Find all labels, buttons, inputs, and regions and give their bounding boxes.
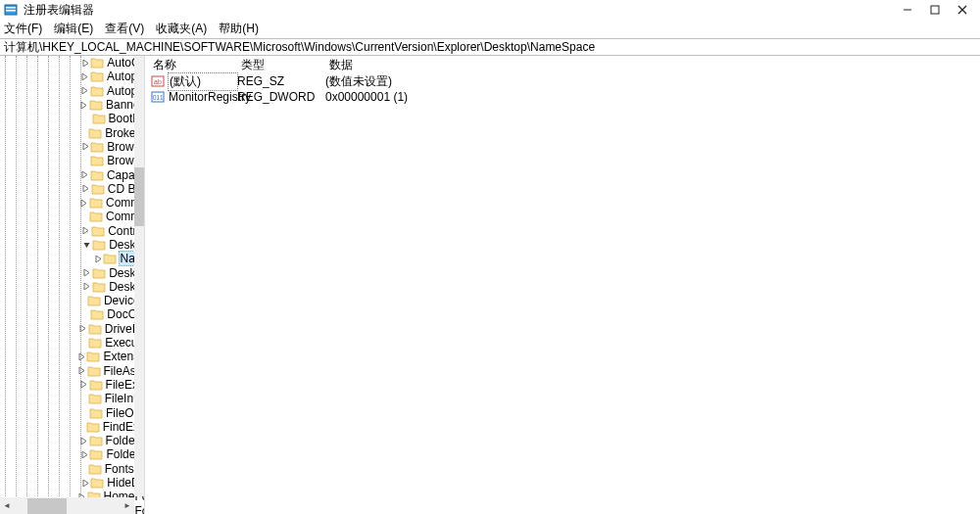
- values-pane: 名称 类型 数据 ab(默认)REG_SZ(数值未设置)011MonitorRe…: [145, 56, 980, 514]
- menubar: 文件(F) 编辑(E) 查看(V) 收藏夹(A) 帮助(H): [0, 20, 980, 38]
- minimize-button[interactable]: [894, 0, 921, 20]
- folder-icon: [90, 169, 104, 181]
- tree-item[interactable]: DeviceU: [0, 294, 144, 307]
- menu-view[interactable]: 查看(V): [105, 21, 144, 37]
- tree-item[interactable]: Deskto: [0, 265, 144, 279]
- expand-arrow-icon[interactable]: [79, 438, 87, 444]
- value-row[interactable]: 011MonitorRegistryREG_DWORD0x00000001 (1…: [145, 89, 980, 105]
- tree-horizontal-scrollbar[interactable]: ◄ ►: [0, 497, 134, 514]
- folder-icon: [87, 295, 101, 306]
- menu-help[interactable]: 帮助(H): [219, 21, 259, 37]
- tree-item[interactable]: Control: [0, 224, 144, 238]
- column-type[interactable]: 类型: [233, 57, 321, 73]
- expand-arrow-icon[interactable]: [80, 102, 88, 109]
- folder-icon: [90, 308, 104, 320]
- column-name[interactable]: 名称: [145, 57, 233, 73]
- folder-icon: [89, 407, 103, 419]
- tree-item[interactable]: FileInUs: [0, 392, 144, 405]
- expand-arrow-icon[interactable]: [94, 256, 103, 262]
- scrollbar-thumb[interactable]: [134, 167, 144, 226]
- folder-icon: [92, 239, 106, 251]
- tree-item[interactable]: Browse: [0, 154, 144, 167]
- folder-icon: [91, 183, 105, 195]
- tree-item[interactable]: Autopla: [0, 84, 144, 98]
- tree-item[interactable]: Banner!: [0, 98, 144, 112]
- value-name: (默认): [169, 73, 237, 90]
- expand-arrow-icon[interactable]: [79, 381, 87, 388]
- scroll-right-button[interactable]: ►: [121, 498, 134, 514]
- folder-icon: [88, 323, 102, 335]
- tree-item[interactable]: FileExts: [0, 378, 144, 392]
- expand-arrow-icon[interactable]: [82, 227, 91, 234]
- folder-icon: [92, 281, 106, 293]
- expand-arrow-icon[interactable]: [77, 353, 85, 360]
- scroll-left-button[interactable]: ◄: [0, 498, 14, 514]
- tree-item[interactable]: FileAsso: [0, 364, 144, 378]
- tree-item[interactable]: Autopla: [0, 70, 144, 83]
- address-text: 计算机\HKEY_LOCAL_MACHINE\SOFTWARE\Microsof…: [4, 39, 595, 56]
- value-type: REG_DWORD: [237, 90, 325, 104]
- tree-item[interactable]: FolderT: [0, 447, 144, 461]
- expand-arrow-icon[interactable]: [77, 367, 85, 374]
- folder-icon: [89, 99, 103, 111]
- values-body[interactable]: ab(默认)REG_SZ(数值未设置)011MonitorRegistryREG…: [145, 73, 980, 105]
- value-row[interactable]: ab(默认)REG_SZ(数值未设置): [145, 73, 980, 89]
- expand-arrow-icon[interactable]: [81, 480, 89, 487]
- tree-item[interactable]: FindExte: [0, 420, 144, 434]
- titlebar: 注册表编辑器: [0, 0, 980, 20]
- svg-text:011: 011: [153, 94, 164, 101]
- folder-icon: [86, 350, 100, 362]
- svg-rect-1: [6, 7, 16, 9]
- tree-item[interactable]: FileOpe: [0, 405, 144, 419]
- menu-favorites[interactable]: 收藏夹(A): [156, 21, 207, 37]
- address-bar[interactable]: 计算机\HKEY_LOCAL_MACHINE\SOFTWARE\Microsof…: [0, 38, 980, 56]
- tree-item[interactable]: BootLo: [0, 112, 144, 125]
- tree-item[interactable]: HideDe: [0, 476, 144, 490]
- maximize-button[interactable]: [921, 0, 949, 20]
- tree-item[interactable]: Execute: [0, 336, 144, 350]
- tree-item[interactable]: CD Bur: [0, 182, 144, 196]
- tree-item[interactable]: Deskto: [0, 238, 144, 252]
- menu-file[interactable]: 文件(F): [4, 21, 42, 37]
- tree-item[interactable]: Deskto: [0, 280, 144, 294]
- tree-item[interactable]: Browse: [0, 140, 144, 154]
- window-controls: [894, 0, 976, 20]
- tree-body[interactable]: AutoCoAutoplaAutoplaBanner!BootLoBrokerE…: [0, 56, 144, 514]
- column-data[interactable]: 数据: [321, 57, 980, 73]
- string-value-icon: ab: [151, 74, 165, 88]
- expand-arrow-icon[interactable]: [81, 60, 89, 67]
- folder-icon: [89, 448, 103, 460]
- collapse-arrow-icon[interactable]: [83, 242, 92, 249]
- tree-vertical-scrollbar[interactable]: [134, 56, 144, 496]
- window-title: 注册表编辑器: [24, 2, 94, 19]
- tree-item[interactable]: FontsFo: [0, 462, 144, 476]
- folder-icon: [88, 393, 102, 404]
- tree-item[interactable]: Extensio: [0, 350, 144, 363]
- expand-arrow-icon[interactable]: [83, 269, 92, 276]
- tree-item[interactable]: BrokerE: [0, 125, 144, 139]
- expand-arrow-icon[interactable]: [81, 73, 89, 80]
- expand-arrow-icon[interactable]: [80, 451, 88, 458]
- folder-icon: [88, 463, 102, 475]
- tree-item[interactable]: Capabil: [0, 167, 144, 181]
- tree-item[interactable]: DriveIco: [0, 322, 144, 336]
- expand-arrow-icon[interactable]: [81, 87, 89, 94]
- close-button[interactable]: [949, 0, 976, 20]
- folder-icon: [88, 337, 102, 349]
- expand-arrow-icon[interactable]: [79, 325, 87, 332]
- tree-item[interactable]: FolderD: [0, 434, 144, 447]
- scrollbar-thumb[interactable]: [27, 498, 67, 514]
- tree-item[interactable]: Nam: [0, 252, 144, 265]
- menu-edit[interactable]: 编辑(E): [54, 21, 93, 37]
- folder-icon: [90, 85, 104, 97]
- tree-item[interactable]: Commo: [0, 210, 144, 223]
- expand-arrow-icon[interactable]: [81, 185, 90, 192]
- tree-item[interactable]: AutoCo: [0, 56, 144, 70]
- tree-item[interactable]: Comma: [0, 196, 144, 210]
- value-type: REG_SZ: [237, 74, 325, 88]
- expand-arrow-icon[interactable]: [83, 283, 92, 290]
- expand-arrow-icon[interactable]: [80, 200, 88, 207]
- expand-arrow-icon[interactable]: [81, 143, 89, 150]
- tree-item[interactable]: DocObj: [0, 307, 144, 321]
- expand-arrow-icon[interactable]: [81, 171, 89, 178]
